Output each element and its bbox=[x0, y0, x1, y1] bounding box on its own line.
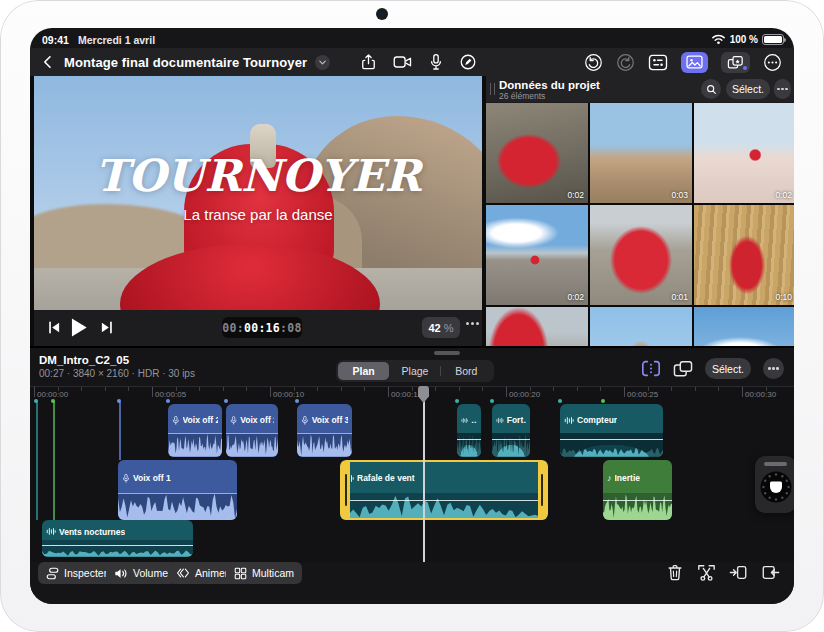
thumbnail-duration: 0:02 bbox=[775, 190, 792, 200]
thumbnail-duration: 0:01 bbox=[671, 292, 688, 302]
trim-handle-right[interactable] bbox=[538, 462, 546, 518]
front-camera bbox=[376, 8, 388, 20]
battery-icon bbox=[762, 34, 784, 45]
clip-label: Voix off 2 bbox=[183, 415, 218, 425]
ruler-label: 00:00:10 bbox=[273, 390, 304, 399]
timeline-clip-fort-[interactable]: Fort… bbox=[492, 404, 530, 457]
browser-item-count: 26 éléments bbox=[499, 91, 545, 101]
music-note-icon: ♪ bbox=[607, 474, 612, 483]
clip-overlay-icon[interactable] bbox=[673, 360, 693, 378]
clip-label: Rafale de vent bbox=[357, 473, 415, 483]
browser-more-button[interactable] bbox=[774, 79, 791, 99]
timeline-select-button[interactable]: Sélect. bbox=[705, 358, 751, 379]
magnetic-timeline-icon[interactable] bbox=[641, 359, 661, 378]
video-viewer: TOURNOYER La transe par la danse 00:00:1… bbox=[34, 76, 482, 346]
back-icon[interactable] bbox=[40, 54, 56, 70]
tab-plage[interactable]: Plage bbox=[389, 362, 440, 380]
share-export-icon[interactable] bbox=[360, 53, 377, 71]
timecode-display[interactable]: 00:00:16:08 bbox=[222, 317, 302, 338]
timeline-tracks[interactable]: 00:00:0000:00:0500:00:1000:00:1500:00:20… bbox=[30, 386, 794, 562]
clip-label: Inertie bbox=[615, 473, 641, 483]
ruler-label: 00:00:25 bbox=[627, 390, 658, 399]
ipad-device: 09:41 Mercredi 1 avril 100 % Montage fin… bbox=[0, 0, 824, 632]
media-browser-button[interactable] bbox=[681, 52, 708, 73]
inspecter-button[interactable]: Inspecter bbox=[38, 562, 115, 584]
timeline-clip-vents-nocturnes[interactable]: Vents nocturnes bbox=[42, 520, 193, 557]
timeline-clip-rafale-de-vent[interactable]: Rafale de vent bbox=[340, 460, 548, 520]
tab-bord[interactable]: Bord bbox=[441, 362, 492, 380]
previous-frame-icon[interactable] bbox=[48, 321, 61, 334]
timeline-clip-voix-off-1[interactable]: Voix off 1 bbox=[118, 460, 237, 520]
undo-icon[interactable] bbox=[584, 53, 603, 72]
timeline-clip--[interactable]: … bbox=[457, 404, 481, 457]
media-thumbnail[interactable]: 0:01 bbox=[590, 205, 692, 305]
clip-label: Fort… bbox=[507, 415, 526, 425]
timeline-clip-compteur[interactable]: Compteur bbox=[560, 404, 663, 457]
camera-icon[interactable] bbox=[393, 54, 413, 70]
pencil-tool-icon[interactable] bbox=[459, 53, 477, 71]
ruler-tick bbox=[388, 387, 389, 397]
viewer-more-icon[interactable] bbox=[466, 322, 480, 325]
media-thumbnail[interactable]: 0:10 bbox=[694, 205, 794, 305]
next-frame-icon[interactable] bbox=[100, 321, 113, 334]
multicam-button[interactable]: Multicam bbox=[226, 562, 302, 584]
clip-anchor-dot bbox=[490, 399, 494, 403]
redo-icon bbox=[616, 53, 635, 72]
ruler-label: 00:00:20 bbox=[509, 390, 540, 399]
play-icon[interactable] bbox=[70, 317, 88, 338]
title-menu-button[interactable] bbox=[315, 55, 330, 70]
animate-icon bbox=[176, 567, 190, 579]
panel-drag-handle[interactable] bbox=[490, 83, 495, 95]
top-toolbar: Montage final documentaire Tournoyer bbox=[30, 48, 794, 76]
clip-connection-stem bbox=[119, 402, 121, 460]
jog-wheel[interactable] bbox=[755, 456, 794, 513]
media-thumbnail[interactable] bbox=[590, 307, 692, 346]
thumbnail-duration: 0:02 bbox=[567, 292, 584, 302]
status-date: Mercredi 1 avril bbox=[78, 34, 155, 46]
ruler-tick bbox=[671, 387, 672, 391]
mic-icon[interactable] bbox=[429, 53, 443, 71]
more-menu-icon[interactable] bbox=[763, 53, 782, 72]
zoom-level-control[interactable]: 42 % bbox=[422, 317, 460, 338]
clip-anchor-dot bbox=[601, 399, 605, 403]
clip-label: … bbox=[471, 415, 477, 425]
browser-header: Données du projet 26 éléments Sélect. bbox=[486, 76, 794, 102]
ruler-tick bbox=[105, 387, 106, 391]
timeline-clip-voix-off-3[interactable]: Voix off 3 bbox=[297, 404, 352, 457]
jog-wheel-handle[interactable] bbox=[764, 462, 787, 466]
trash-icon[interactable] bbox=[666, 563, 684, 582]
volume-button[interactable]: Volume bbox=[106, 562, 176, 584]
clip-anchor-dot bbox=[224, 399, 228, 403]
browser-settings-icon[interactable] bbox=[648, 54, 668, 71]
app-screen: 09:41 Mercredi 1 avril 100 % Montage fin… bbox=[30, 28, 794, 604]
clip-waveform bbox=[297, 433, 352, 457]
playhead[interactable] bbox=[423, 386, 425, 562]
browser-select-button[interactable]: Sélect. bbox=[726, 79, 770, 99]
timeline-drag-handle[interactable] bbox=[434, 351, 460, 355]
ruler-tick bbox=[246, 387, 247, 391]
media-thumbnail[interactable]: 0:03 bbox=[590, 103, 692, 203]
media-thumbnail[interactable]: 0:02 bbox=[694, 103, 794, 203]
insert-clip-icon[interactable] bbox=[729, 563, 748, 582]
clip-anchor-dot bbox=[117, 399, 121, 403]
media-thumbnail[interactable] bbox=[694, 307, 794, 346]
timeline-ruler[interactable]: 00:00:0000:00:0500:00:1000:00:1500:00:20… bbox=[30, 386, 794, 402]
clip-waveform bbox=[560, 433, 663, 457]
search-button[interactable] bbox=[701, 79, 721, 99]
overwrite-clip-icon[interactable] bbox=[761, 563, 780, 582]
media-thumbnail[interactable] bbox=[486, 307, 588, 346]
blade-split-icon[interactable] bbox=[697, 563, 716, 582]
viewer-frame[interactable]: TOURNOYER La transe par la danse bbox=[34, 76, 482, 310]
timeline-clip-voix-off-2[interactable]: Voix off 2 bbox=[168, 404, 222, 457]
media-thumbnail[interactable]: 0:02 bbox=[486, 205, 588, 305]
media-thumbnail[interactable]: 0:02 bbox=[486, 103, 588, 203]
tab-plan[interactable]: Plan bbox=[338, 362, 389, 380]
ruler-tick bbox=[199, 387, 200, 391]
timeline-clip-voix-off-2[interactable]: Voix off 2 bbox=[226, 404, 278, 457]
timeline-clip-inertie[interactable]: ♪Inertie bbox=[603, 460, 672, 520]
timeline-more-button[interactable] bbox=[763, 358, 784, 379]
project-media-browser: Données du projet 26 éléments Sélect. 0:… bbox=[486, 76, 794, 346]
jog-dial-icon[interactable] bbox=[759, 470, 793, 504]
clips-browser-button[interactable] bbox=[721, 52, 750, 73]
trim-handle-left[interactable] bbox=[342, 462, 350, 518]
